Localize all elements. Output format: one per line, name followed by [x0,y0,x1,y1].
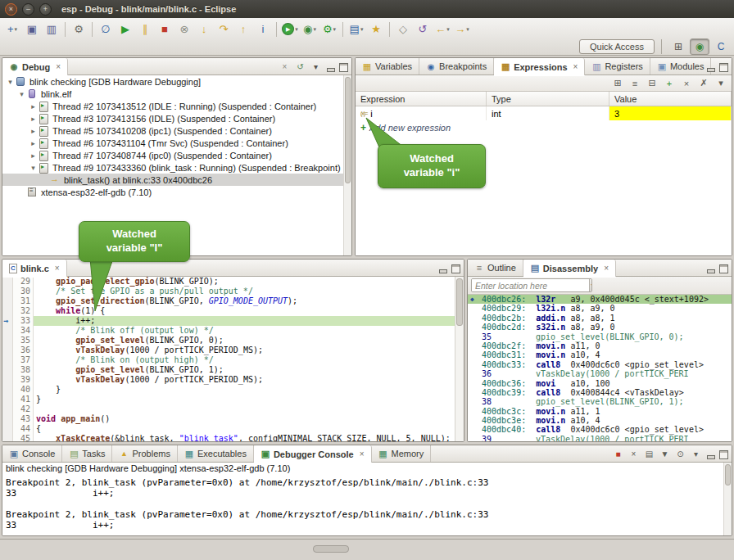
code-line[interactable]: { [34,424,455,434]
forward-icon-dropdown[interactable]: ▾ [466,26,469,33]
external-tools-icon-dropdown[interactable]: ▾ [333,26,337,33]
line-number[interactable]: 45 [13,434,30,442]
code-line[interactable]: void app_main() [34,414,455,424]
terminate-console-icon[interactable]: ■ [611,448,625,461]
collapse-arrow-icon[interactable]: ▾ [17,90,26,98]
code-line[interactable]: gpio_set_level(BLINK_GPIO, 1); [34,365,455,375]
new-c-project-icon[interactable]: ▤▾ [347,20,366,38]
line-number[interactable]: 30 [13,287,30,296]
c-cpp-perspective-button[interactable]: C [711,38,731,55]
tab-registers[interactable]: Registers [585,58,650,75]
line-number[interactable]: 32 [13,306,30,316]
disassembly-line[interactable]: 36vTaskDelay(1000 / portTICK_PERI [468,369,732,378]
save-icon[interactable]: ▣ [22,20,42,38]
line-number[interactable]: 33 [13,316,30,326]
pin-console-icon[interactable]: ⊙ [673,448,687,461]
debug-perspective-button[interactable]: ◉ [690,38,709,55]
new-wizard-icon[interactable]: +▾ [2,20,22,38]
code-line[interactable]: vTaskDelay(1000 / portTICK_PERIOD_MS); [34,345,455,355]
debug-icon[interactable]: ◉▾ [300,20,319,38]
tab-outline[interactable]: Outline [468,260,523,276]
suspend-icon[interactable]: ∥ [135,20,155,38]
view-menu-icon[interactable]: ▾ [714,77,728,90]
step-over-icon[interactable]: ↷ [214,20,233,38]
expand-arrow-icon[interactable]: ▸ [29,139,38,147]
tab-tasks[interactable]: Tasks [62,445,112,462]
tab-console[interactable]: Console [2,445,62,462]
toggle-mark-occurrences-icon[interactable]: ◇ [393,20,413,38]
console-scrollbar-thumb[interactable] [725,464,731,485]
expand-arrow-icon[interactable]: ▸ [29,115,38,123]
tab-blink-c[interactable]: blink.c × [2,260,67,277]
tab-problems[interactable]: Problems [112,445,177,462]
tab-debug[interactable]: Debug × [2,58,68,75]
maximize-view-icon[interactable] [718,449,729,460]
disconnect-icon[interactable]: ⊗ [174,20,194,38]
code-line[interactable]: vTaskDelay(1000 / portTICK_PERIOD_MS); [34,375,455,385]
minimize-view-icon[interactable] [437,263,448,274]
debug-tree-item[interactable]: ▸Thread #3 1073413156 (IDLE) (Suspended … [2,112,343,124]
code-line[interactable]: gpio_set_level(BLINK_GPIO, 0); [34,336,455,345]
remove-expression-icon[interactable]: × [679,77,694,90]
disassembly-line[interactable]: 400dbc2d: s32i.n a8, a9, 0 [468,323,732,332]
expression-value-cell[interactable]: 3 [609,106,732,120]
bottom-scrollbar-thumb[interactable] [313,545,349,553]
tab-expressions[interactable]: Expressions× [494,58,585,75]
code-line[interactable]: xTaskCreate(&blink_task, "blink_task", c… [34,434,455,441]
maximize-view-icon[interactable] [450,263,461,274]
minimize-view-icon[interactable] [705,263,716,274]
disassembly-line[interactable]: 38gpio_set_level(BLINK_GPIO, 1); [468,397,732,406]
debug-tree-item[interactable]: ▾blink.elf [2,88,343,100]
tab-breakpoints[interactable]: Breakpoints [419,58,494,75]
remove-all-terminated-icon[interactable]: × [278,61,292,74]
disassembly-line[interactable]: 400dbc26: l32r a9, 0x400d045c <_stext+10… [468,295,732,304]
console-output[interactable]: Breakpoint 2, blink_task (pvParameter=0x… [2,476,723,535]
debug-tree-item[interactable]: ▸Thread #2 1073413512 (IDLE : Running) (… [2,100,343,112]
disassembly-line[interactable]: 400dbc36: movi a10, 100 [468,379,732,388]
close-tab-icon[interactable]: × [604,264,609,273]
instruction-stepping-icon[interactable]: i [253,20,273,38]
line-number-ruler[interactable]: 2930313233343536373839404142434445 [13,277,34,441]
disassembly-line[interactable]: 39vTaskDelay(1000 / portTICK_PERI [468,435,732,441]
clear-console-icon[interactable]: ▤ [642,448,656,461]
resume-icon[interactable]: ▶ [116,20,135,38]
close-tab-icon[interactable]: × [56,62,61,71]
disassembly-line[interactable]: 400dbc39: call8 0x400844c4 <vTaskDelay> [468,388,732,397]
debug-scrollbar-thumb[interactable] [345,77,351,183]
quick-access-button[interactable]: Quick Access [579,39,655,54]
debug-tree-item[interactable]: ▾Thread #9 1073433360 (blink_task : Runn… [2,161,343,174]
line-number[interactable]: 39 [13,375,30,385]
line-number[interactable]: 31 [13,296,30,306]
line-number[interactable]: 38 [13,365,30,375]
debug-tree-item[interactable]: ▸Thread #5 1073410208 (ipc1) (Suspended … [2,124,343,137]
remove-launch-icon[interactable]: × [627,448,641,461]
run-icon-dropdown[interactable]: ▾ [295,26,298,33]
back-icon[interactable]: ←▾ [433,20,452,38]
editor-scrollbar-thumb[interactable] [456,278,463,326]
skip-all-breakpoints-icon[interactable]: ∅ [96,20,116,38]
back-icon-dropdown[interactable]: ▾ [446,26,450,33]
debug-scrollbar[interactable] [343,75,351,255]
disassembly-line[interactable]: 400dbc3c: movi.n a11, 1 [468,407,732,416]
line-number[interactable]: 34 [13,326,30,336]
terminate-icon[interactable]: ■ [155,20,174,38]
column-header-expression[interactable]: Expression [356,92,487,106]
line-number[interactable]: 42 [13,404,30,414]
remove-all-expressions-icon[interactable]: ✗ [696,77,711,90]
disassembly-line[interactable]: 400dbc3e: movi.n a10, 4 [468,416,732,425]
overview-ruler[interactable] [455,277,464,441]
view-menu-icon[interactable]: ▾ [309,61,323,74]
close-tab-icon[interactable]: × [360,449,365,458]
tab-modules[interactable]: Modules [650,58,712,75]
line-number[interactable]: 44 [13,424,30,434]
line-number[interactable]: 41 [13,395,30,404]
disassembly-line[interactable]: 400dbc2f: movi.n a11, 0 [468,341,732,350]
debug-icon-dropdown[interactable]: ▾ [313,26,316,33]
line-number[interactable]: 40 [13,385,30,395]
collapse-arrow-icon[interactable]: ▾ [29,164,38,172]
disassembly-line[interactable]: 400dbc40: call8 0x400dc6c0 <gpio_set_lev… [468,425,732,434]
location-dropdown-icon[interactable]: ▼ [589,279,592,291]
code-line[interactable]: } [34,395,455,404]
disassembly-line[interactable]: 35gpio_set_level(BLINK_GPIO, 0); [468,332,732,341]
window-minimize-button[interactable]: – [22,3,34,16]
